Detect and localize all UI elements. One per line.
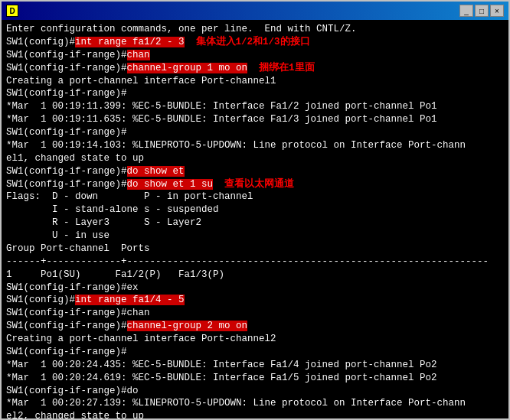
terminal-line: SW1(config-if-range)# bbox=[6, 87, 504, 100]
command: int range fa1/2 - 3 bbox=[75, 37, 185, 47]
app-icon: D bbox=[6, 5, 18, 17]
prompt: SW1(config)# bbox=[6, 295, 75, 305]
command: channel-group 1 mo on bbox=[127, 63, 248, 73]
annotation: 捆绑在1里面 bbox=[247, 63, 315, 73]
terminal-line: Flags: D - down P - in port-channel bbox=[6, 190, 504, 203]
command: chan bbox=[127, 50, 150, 60]
terminal-line: *Mar 1 00:19:14.103: %LINEPROTO-5-UPDOWN… bbox=[6, 139, 504, 152]
terminal-line: SW1(config-if-range)# bbox=[6, 126, 504, 139]
terminal-line: R - Layer3 S - Layer2 bbox=[6, 217, 504, 230]
annotation: 查看以太网通道 bbox=[213, 179, 294, 190]
terminal-line: Enter configuration commands, one per li… bbox=[6, 23, 504, 36]
terminal-line: el2, changed state to up bbox=[6, 410, 504, 418]
command: int range fa1/4 - 5 bbox=[75, 295, 185, 305]
terminal-line: SW1(config)#int range fa1/2 - 3 集体进入1/2和… bbox=[6, 36, 504, 49]
close-button[interactable]: × bbox=[490, 5, 504, 17]
terminal-line: SW1(config-if-range)#do show et 1 su 查看以… bbox=[6, 178, 504, 191]
prompt: SW1(config-if-range)# bbox=[6, 166, 127, 177]
command: channel-group 2 mo on bbox=[127, 321, 248, 331]
terminal-line: U - in use bbox=[6, 230, 504, 243]
terminal-line: SW1(config-if-range)#channel-group 1 mo … bbox=[6, 62, 504, 75]
minimize-button[interactable]: _ bbox=[459, 5, 473, 17]
command: do show et 1 su bbox=[127, 179, 214, 190]
prompt: SW1(config-if-range)# bbox=[6, 63, 127, 73]
terminal-line: el1, changed state to up bbox=[6, 152, 504, 165]
terminal-line: Group Port-channel Ports bbox=[6, 243, 504, 256]
terminal-line: *Mar 1 00:20:27.139: %LINEPROTO-5-UPDOWN… bbox=[6, 397, 504, 410]
maximize-button[interactable]: □ bbox=[475, 5, 489, 17]
title-bar-buttons[interactable]: _ □ × bbox=[459, 5, 504, 17]
terminal-line: SW1(config-if-range)#do bbox=[6, 385, 504, 398]
terminal-line: 1 Po1(SU) Fa1/2(P) Fa1/3(P) bbox=[6, 269, 504, 282]
terminal-line: *Mar 1 00:19:11.635: %EC-5-BUNDLE: Inter… bbox=[6, 113, 504, 126]
terminal-line: SW1(config-if-range)#channel-group 2 mo … bbox=[6, 320, 504, 333]
terminal-line: Creating a port-channel interface Port-c… bbox=[6, 333, 504, 346]
main-window: D _ □ × Enter configuration commands, on… bbox=[0, 0, 510, 420]
terminal-output[interactable]: Enter configuration commands, one per li… bbox=[2, 20, 508, 418]
annotation: 集体进入1/2和1/3的接口 bbox=[185, 37, 310, 47]
terminal-line: *Mar 1 00:20:24.619: %EC-5-BUNDLE: Inter… bbox=[6, 372, 504, 385]
terminal-line: SW1(config-if-range)#chan bbox=[6, 49, 504, 62]
terminal-line: *Mar 1 00:19:11.399: %EC-5-BUNDLE: Inter… bbox=[6, 100, 504, 113]
title-bar-left: D bbox=[6, 5, 23, 17]
terminal-line: I - stand-alone s - suspended bbox=[6, 203, 504, 217]
terminal-line: SW1(config-if-range)#ex bbox=[6, 282, 504, 295]
command: do show et bbox=[127, 166, 185, 177]
terminal-line: SW1(config-if-range)# bbox=[6, 346, 504, 359]
terminal-line: Creating a port-channel interface Port-c… bbox=[6, 75, 504, 88]
prompt: SW1(config-if-range)# bbox=[6, 321, 127, 331]
title-bar: D _ □ × bbox=[2, 2, 508, 20]
prompt: SW1(config-if-range)# bbox=[6, 179, 127, 190]
terminal-line: ------+-------------+-------------------… bbox=[6, 256, 504, 269]
terminal-line: *Mar 1 00:20:24.435: %EC-5-BUNDLE: Inter… bbox=[6, 359, 504, 372]
terminal-line: SW1(config)#int range fa1/4 - 5 bbox=[6, 294, 504, 307]
terminal-line: SW1(config-if-range)#do show et bbox=[6, 165, 504, 178]
prompt: SW1(config-if-range)# bbox=[6, 50, 127, 60]
terminal-line: SW1(config-if-range)#chan bbox=[6, 307, 504, 320]
prompt: SW1(config)# bbox=[6, 37, 75, 47]
